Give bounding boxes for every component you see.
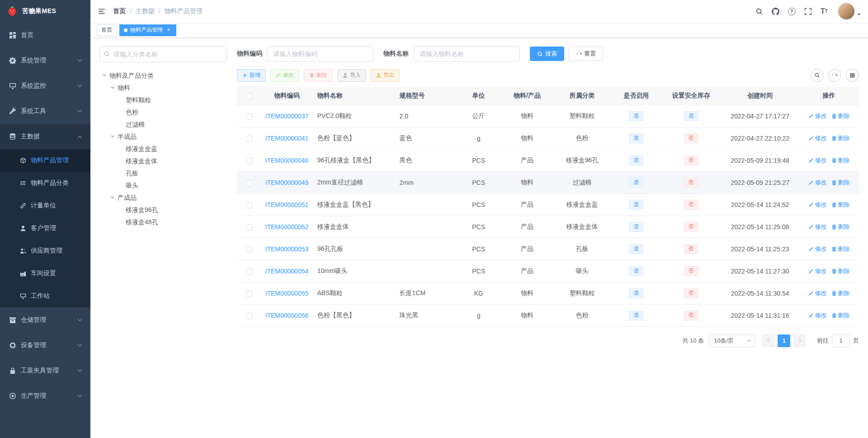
row-checkbox[interactable]	[246, 291, 252, 297]
hamburger-icon[interactable]	[90, 0, 113, 23]
sidebar-item-production-mgmt[interactable]: 生产管理	[0, 383, 90, 409]
github-icon[interactable]	[767, 0, 783, 23]
tab-material-product-mgmt[interactable]: 物料产品管理	[119, 24, 176, 36]
select-all-checkbox[interactable]	[246, 93, 252, 99]
delete-link[interactable]: 删除	[831, 201, 850, 209]
goto-page-input[interactable]	[832, 334, 850, 347]
sidebar-item-home[interactable]: 首页	[0, 23, 90, 48]
table-row[interactable]: ITEM00000049 2mm直径过滤棉 2mm PCS 物料 过滤棉 是 否…	[237, 171, 859, 193]
delete-button[interactable]: 删除	[304, 69, 333, 82]
table-row[interactable]: ITEM00000046 96孔移液盒【黑色】 黑色 PCS 产品 移液盒96孔…	[237, 149, 859, 171]
table-row[interactable]: ITEM00000053 96孔孔板 PCS 产品 孔板 是 否 2022-05…	[237, 238, 859, 260]
edit-link[interactable]: 修改	[808, 179, 827, 187]
table-row[interactable]: ITEM00000056 色粉【黑色】 珠光黑 g 物料 色粉 是 否 2022…	[237, 304, 859, 326]
material-code-input[interactable]	[267, 46, 373, 61]
enabled-tag[interactable]: 是	[629, 311, 643, 320]
safe-stock-tag[interactable]: 否	[684, 178, 698, 188]
material-code-link[interactable]: ITEM00000049	[265, 179, 309, 186]
edit-link[interactable]: 修改	[808, 134, 827, 142]
safe-stock-tag[interactable]: 是	[684, 111, 698, 121]
edit-link[interactable]: 修改	[808, 289, 827, 297]
enabled-tag[interactable]: 是	[629, 266, 643, 276]
sidebar-item-customer-mgmt[interactable]: 客户管理	[0, 217, 90, 240]
enabled-tag[interactable]: 是	[629, 222, 643, 232]
safe-stock-tag[interactable]: 否	[684, 266, 698, 276]
row-checkbox[interactable]	[246, 202, 252, 208]
tree-node[interactable]: 移液盒96孔	[99, 204, 227, 216]
toggle-search-button[interactable]	[811, 69, 824, 82]
delete-link[interactable]: 删除	[831, 267, 850, 275]
material-code-link[interactable]: ITEM00000056	[265, 312, 309, 319]
enabled-tag[interactable]: 是	[629, 111, 643, 121]
fullscreen-icon[interactable]	[800, 0, 816, 23]
sidebar-item-material-product-mgmt[interactable]: 物料产品管理	[0, 149, 90, 172]
enabled-tag[interactable]: 是	[629, 288, 643, 298]
search-icon[interactable]	[751, 0, 767, 23]
tree-node[interactable]: 孔板	[99, 167, 227, 179]
tree-node[interactable]: 移液盒盒盖	[99, 143, 227, 155]
delete-link[interactable]: 删除	[831, 223, 850, 231]
delete-link[interactable]: 删除	[831, 179, 850, 187]
row-checkbox[interactable]	[246, 158, 252, 164]
page-number-button[interactable]: 1	[778, 334, 790, 347]
tree-node[interactable]: 半成品	[99, 131, 227, 143]
edit-link[interactable]: 修改	[808, 267, 827, 275]
page-size-select[interactable]: 10条/页	[709, 334, 755, 347]
safe-stock-tag[interactable]: 否	[684, 155, 698, 165]
tab-home[interactable]: 首页	[97, 24, 117, 36]
tree-node[interactable]: 色粉	[99, 106, 227, 118]
breadcrumb-item[interactable]: 首页	[113, 7, 132, 15]
close-icon[interactable]	[165, 27, 172, 33]
sidebar-item-measure-unit[interactable]: 计量单位	[0, 194, 90, 217]
row-checkbox[interactable]	[246, 136, 252, 142]
row-checkbox[interactable]	[246, 113, 252, 120]
edit-button[interactable]: 修改	[270, 69, 299, 82]
sidebar-item-workshop-settings[interactable]: 车间设置	[0, 262, 90, 285]
enabled-tag[interactable]: 是	[629, 244, 643, 254]
enabled-tag[interactable]: 是	[629, 200, 643, 210]
sidebar-item-master-data[interactable]: 主数据	[0, 124, 90, 149]
sidebar-item-workstation[interactable]: 工作站	[0, 285, 90, 307]
material-code-link[interactable]: ITEM00000037	[265, 113, 309, 120]
safe-stock-tag[interactable]: 否	[684, 200, 698, 210]
delete-link[interactable]: 删除	[831, 311, 850, 320]
tree-node[interactable]: 移液盒48孔	[99, 216, 227, 228]
material-code-link[interactable]: ITEM00000051	[265, 201, 309, 208]
tree-caret-icon[interactable]	[108, 194, 118, 201]
edit-link[interactable]: 修改	[808, 112, 827, 120]
delete-link[interactable]: 删除	[831, 112, 850, 120]
sidebar-item-system-tools[interactable]: 系统工具	[0, 99, 90, 124]
material-code-link[interactable]: ITEM00000054	[265, 268, 309, 275]
delete-link[interactable]: 删除	[831, 245, 850, 253]
row-checkbox[interactable]	[246, 268, 252, 275]
delete-link[interactable]: 删除	[831, 289, 850, 297]
table-row[interactable]: ITEM00000041 色粉【蓝色】 蓝色 g 物料 色粉 是 否 2022-…	[237, 127, 859, 149]
row-checkbox[interactable]	[246, 180, 252, 186]
sidebar-item-system-admin[interactable]: 系统管理	[0, 48, 90, 73]
add-button[interactable]: 新增	[237, 69, 266, 82]
enabled-tag[interactable]: 是	[629, 133, 643, 143]
column-settings-button[interactable]	[846, 69, 859, 82]
tree-node[interactable]: 吸头	[99, 179, 227, 192]
material-name-input[interactable]	[414, 46, 520, 61]
tree-node[interactable]: 产成品	[99, 192, 227, 204]
app-logo[interactable]: 苦糖果MES	[0, 0, 90, 23]
tree-node[interactable]: 物料	[99, 82, 227, 94]
safe-stock-tag[interactable]: 否	[684, 133, 698, 143]
tree-caret-icon[interactable]	[108, 133, 118, 140]
tree-node[interactable]: 移液盒盒体	[99, 155, 227, 167]
safe-stock-tag[interactable]: 否	[684, 222, 698, 232]
edit-link[interactable]: 修改	[808, 245, 827, 253]
reset-button[interactable]: 重置	[569, 47, 603, 61]
row-checkbox[interactable]	[246, 224, 252, 231]
row-checkbox[interactable]	[246, 246, 252, 253]
safe-stock-tag[interactable]: 否	[684, 244, 698, 254]
table-row[interactable]: ITEM00000052 移液盒盒体 PCS 产品 移液盒盒体 是 否 2022…	[237, 216, 859, 238]
sidebar-item-system-monitor[interactable]: 系统监控	[0, 73, 90, 99]
next-page-button[interactable]	[793, 334, 806, 347]
sidebar-item-material-category[interactable]: 物料产品分类	[0, 172, 90, 194]
safe-stock-tag[interactable]: 否	[684, 311, 698, 320]
help-icon[interactable]: ?	[783, 0, 800, 23]
sidebar-item-supplier-mgmt[interactable]: 供应商管理	[0, 240, 90, 262]
enabled-tag[interactable]: 是	[629, 178, 643, 188]
